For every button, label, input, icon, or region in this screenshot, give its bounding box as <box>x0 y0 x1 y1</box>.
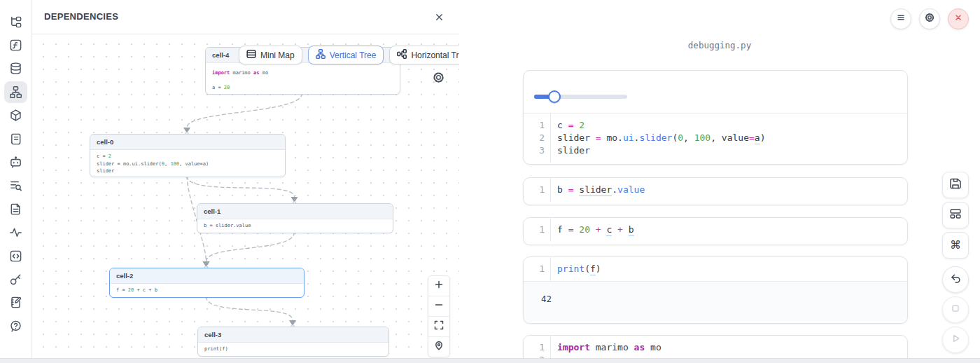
stop-button <box>942 296 969 323</box>
line-numbers: 1 <box>524 178 551 202</box>
sidebar-item-dependency-graph[interactable] <box>4 81 27 103</box>
line-numbers: 1 <box>524 218 551 242</box>
marimo-app: DEPENDENCIES Mini MapVertical TreeHorizo… <box>0 0 980 363</box>
graph-node-cell-3[interactable]: cell-3print(f) <box>197 327 389 357</box>
close-button[interactable] <box>948 8 969 29</box>
tree-v-icon <box>316 49 326 61</box>
cell-editor: 1b = slider.value <box>524 178 907 202</box>
command-button[interactable]: ⌘ <box>942 232 969 259</box>
cell-output-text: 42 <box>524 281 907 321</box>
sidebar-item-list-search[interactable] <box>4 174 27 196</box>
database-icon <box>9 62 22 75</box>
activity-icon <box>9 226 22 239</box>
undo-icon <box>949 272 962 287</box>
graph-node-title: cell-1 <box>197 204 393 219</box>
notebook-editor: debugging.py 123c = 2slider = mo.ui.slid… <box>459 0 980 363</box>
list-search-icon <box>9 179 22 192</box>
close-icon <box>953 12 964 26</box>
graph-settings-gear-icon[interactable] <box>432 71 445 84</box>
graph-fit-view-button[interactable] <box>428 317 449 337</box>
graph-node-cell-1[interactable]: cell-1b = slider.value <box>197 203 393 233</box>
graph-node-cell-2[interactable]: cell-2f = 20 + c + b <box>109 268 304 298</box>
graph-node-title: cell-3 <box>198 327 388 343</box>
code-area[interactable]: b = slider.value <box>551 178 907 202</box>
sidebar-item-help[interactable] <box>4 315 27 337</box>
package-icon <box>9 109 22 122</box>
slider-knob[interactable] <box>548 90 561 103</box>
graph-view-toolbar: Mini MapVertical TreeHorizontal Tree <box>239 46 459 64</box>
cell-editor: 1print(f) <box>524 257 907 281</box>
key-icon <box>9 273 22 286</box>
save-icon <box>949 177 962 193</box>
sidebar-item-code-snippets[interactable] <box>4 245 27 267</box>
scratchpad-icon <box>9 296 22 309</box>
sidebar-item-key[interactable] <box>4 268 27 290</box>
sidebar-item-activity[interactable] <box>4 221 27 243</box>
line-numbers: 123 <box>524 114 551 163</box>
rows-icon <box>246 49 256 61</box>
slider-track[interactable] <box>534 95 627 99</box>
code-area[interactable]: f = 20 + c + b <box>551 218 907 242</box>
dependencies-header: DEPENDENCIES <box>31 0 459 34</box>
sidebar-item-scratchpad[interactable] <box>4 292 27 313</box>
layout-button[interactable] <box>942 202 969 228</box>
graph-zoom-in-button[interactable] <box>428 276 449 296</box>
sidebar-item-database[interactable] <box>4 57 27 79</box>
fit-view-icon <box>434 320 444 333</box>
chat-bot-icon <box>9 156 22 169</box>
notebook-cell: 1f = 20 + c + b <box>523 217 908 245</box>
sidebar-item-file-tree[interactable] <box>4 11 27 33</box>
play-icon <box>949 332 962 348</box>
view-button-vertical-tree[interactable]: Vertical Tree <box>308 46 384 64</box>
notebook-filename: debugging.py <box>459 40 980 50</box>
sidebar-item-package[interactable] <box>4 104 27 126</box>
layout-icon <box>949 207 962 223</box>
notebook-top-buttons <box>890 8 969 29</box>
undo-button[interactable] <box>942 266 969 293</box>
graph-node-code: print(f) <box>198 343 388 356</box>
notebook-cell: 1print(f)42 <box>523 256 908 324</box>
view-button-label: Vertical Tree <box>330 50 377 60</box>
command-icon: ⌘ <box>950 240 961 251</box>
icon-sidebar <box>0 0 32 363</box>
code-snippets-icon <box>9 249 22 263</box>
scroll-icon <box>9 132 22 146</box>
graph-node-title: cell-0 <box>90 135 285 150</box>
help-icon <box>9 320 22 333</box>
stop-icon <box>949 302 962 317</box>
graph-zoom-out-button[interactable] <box>428 296 449 317</box>
settings-button[interactable] <box>919 8 940 29</box>
graph-node-title: cell-2 <box>110 268 304 284</box>
locate-icon <box>434 341 444 353</box>
settings-icon <box>924 12 935 26</box>
dependency-graph-canvas[interactable]: Mini MapVertical TreeHorizontal Tree cel… <box>31 34 459 359</box>
graph-node-code: import marimo as moa = 20 <box>206 63 400 95</box>
code-area[interactable]: c = 2slider = mo.ui.slider(0, 100, value… <box>551 114 907 163</box>
zoom-in-icon <box>434 280 444 292</box>
sidebar-item-chat-bot[interactable] <box>4 151 27 173</box>
notebook-cell: 1b = slider.value <box>523 177 908 205</box>
cell-output-slider <box>524 71 907 113</box>
document-icon <box>9 203 22 216</box>
sidebar-item-document[interactable] <box>4 198 27 220</box>
save-button[interactable] <box>942 172 969 198</box>
tree-h-icon <box>397 49 407 61</box>
dependencies-panel: DEPENDENCIES Mini MapVertical TreeHorizo… <box>31 0 460 363</box>
notebook-cell: 123c = 2slider = mo.ui.slider(0, 100, va… <box>523 70 908 165</box>
menu-button[interactable] <box>890 8 911 29</box>
view-button-mini-map[interactable]: Mini Map <box>239 46 302 64</box>
play-button <box>942 327 969 353</box>
graph-node-code: b = slider.value <box>197 219 393 233</box>
sidebar-item-scroll[interactable] <box>4 128 27 150</box>
code-area[interactable]: print(f) <box>551 257 907 281</box>
graph-locate-button[interactable] <box>428 337 449 357</box>
file-tree-icon <box>9 15 22 29</box>
graph-node-code: f = 20 + c + b <box>110 284 304 297</box>
sidebar-item-function-square[interactable] <box>4 34 27 56</box>
view-button-label: Horizontal Tree <box>411 50 459 60</box>
view-button-horizontal-tree[interactable]: Horizontal Tree <box>389 46 459 64</box>
graph-node-cell-0[interactable]: cell-0c = 2slider = mo.ui.slider(0, 100,… <box>90 134 286 177</box>
line-numbers: 1 <box>524 257 551 281</box>
panel-title: DEPENDENCIES <box>44 11 118 22</box>
close-panel-icon[interactable] <box>433 11 445 23</box>
